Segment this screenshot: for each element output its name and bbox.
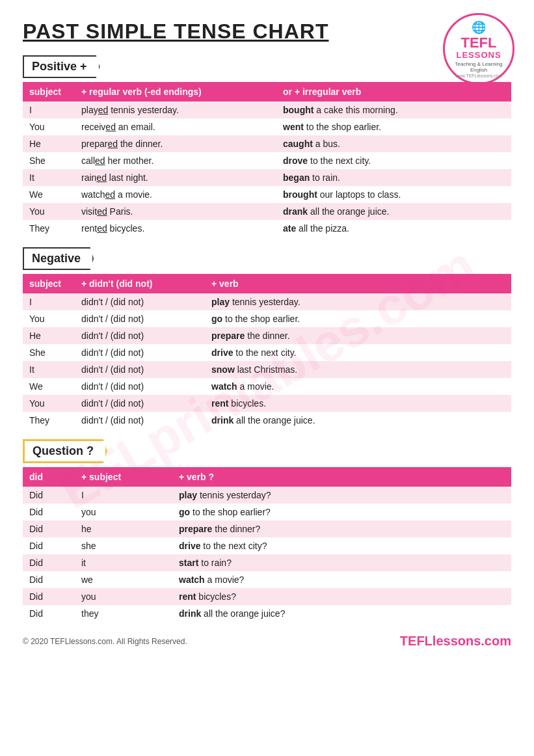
table-row: didn't / (did not) <box>75 310 205 327</box>
table-row: didn't / (did not) <box>75 378 205 395</box>
table-row: play tennis yesterday? <box>172 487 511 504</box>
positive-header-irregular: or + irregular verb <box>276 82 511 101</box>
table-row: You <box>23 203 75 220</box>
table-row: prepare the dinner. <box>205 327 511 344</box>
table-row: Did <box>23 588 75 605</box>
table-row: called her mother. <box>75 152 276 169</box>
table-row: drove to the next city. <box>276 152 511 169</box>
question-header-subject: + subject <box>75 467 172 487</box>
table-row: we <box>75 571 172 588</box>
footer: © 2020 TEFLlessons.com. All Rights Reser… <box>23 634 511 649</box>
table-row: Did <box>23 554 75 571</box>
table-row: he <box>75 520 172 537</box>
negative-header-didnt: + didn't (did not) <box>75 274 205 293</box>
positive-section: Positive + subject + regular verb (-ed e… <box>23 55 511 237</box>
table-row: He <box>23 327 75 344</box>
table-row: I <box>23 293 75 310</box>
table-row: didn't / (did not) <box>75 412 205 429</box>
table-row: watch a movie. <box>205 378 511 395</box>
positive-table: subject + regular verb (-ed endings) or … <box>23 82 511 237</box>
table-row: She <box>23 152 75 169</box>
table-row: drink all the orange juice? <box>172 605 511 622</box>
table-row: rent bicycles? <box>172 588 511 605</box>
table-row: It <box>23 169 75 186</box>
logo-lessons: LESSONS <box>456 50 501 60</box>
question-header-verb: + verb ? <box>172 467 511 487</box>
positive-label: Positive + <box>23 55 100 78</box>
question-section: Question ? did + subject + verb ? DidIpl… <box>23 439 511 622</box>
table-row: Did <box>23 605 75 622</box>
table-row: It <box>23 361 75 378</box>
table-row: visited Paris. <box>75 203 276 220</box>
copyright: © 2020 TEFLlessons.com. All Rights Reser… <box>23 637 187 646</box>
table-row: didn't / (did not) <box>75 361 205 378</box>
negative-section: Negative subject + didn't (did not) + ve… <box>23 247 511 429</box>
table-row: didn't / (did not) <box>75 327 205 344</box>
footer-logo: TEFLlessons.com <box>400 634 511 649</box>
page-title: PAST SIMPLE TENSE CHART <box>23 20 511 44</box>
negative-header-subject: subject <box>23 274 75 293</box>
table-row: drive to the next city? <box>172 537 511 554</box>
table-row: she <box>75 537 172 554</box>
table-row: prepare the dinner? <box>172 520 511 537</box>
table-row: drank all the orange juice. <box>276 203 511 220</box>
table-row: played tennis yesterday. <box>75 101 276 118</box>
footer-logo-tefl: TEFL <box>400 634 433 648</box>
logo-tefl: TEFL <box>461 36 497 50</box>
negative-label: Negative <box>23 247 94 270</box>
table-row: caught a bus. <box>276 135 511 152</box>
table-row: You <box>23 395 75 412</box>
table-row: didn't / (did not) <box>75 344 205 361</box>
logo-url: www.TEFLlessons.com <box>455 74 503 78</box>
table-row: Did <box>23 571 75 588</box>
table-row: go to the shop earlier? <box>172 504 511 520</box>
table-row: She <box>23 344 75 361</box>
table-row: I <box>75 487 172 504</box>
table-row: bought a cake this morning. <box>276 101 511 118</box>
logo-tagline: Teaching & Learning English <box>450 61 507 73</box>
table-row: You <box>23 118 75 135</box>
table-row: They <box>23 412 75 429</box>
table-row: Did <box>23 487 75 504</box>
footer-logo-colored: lessons.com <box>433 634 511 648</box>
table-row: rained last night. <box>75 169 276 186</box>
table-row: snow last Christmas. <box>205 361 511 378</box>
table-row: prepared the dinner. <box>75 135 276 152</box>
table-row: watch a movie? <box>172 571 511 588</box>
negative-table: subject + didn't (did not) + verb Ididn'… <box>23 274 511 429</box>
table-row: go to the shop earlier. <box>205 310 511 327</box>
table-row: Did <box>23 520 75 537</box>
table-row: went to the shop earlier. <box>276 118 511 135</box>
table-row: began to rain. <box>276 169 511 186</box>
table-row: ate all the pizza. <box>276 220 511 237</box>
table-row: They <box>23 220 75 237</box>
table-row: We <box>23 378 75 395</box>
table-row: didn't / (did not) <box>75 395 205 412</box>
positive-header-subject: subject <box>23 82 75 101</box>
table-row: You <box>23 310 75 327</box>
positive-header-regular: + regular verb (-ed endings) <box>75 82 276 101</box>
table-row: it <box>75 554 172 571</box>
table-row: I <box>23 101 75 118</box>
question-label: Question ? <box>23 439 107 463</box>
negative-header-verb: + verb <box>205 274 511 293</box>
question-table: did + subject + verb ? DidIplay tennis y… <box>23 467 511 622</box>
table-row: they <box>75 605 172 622</box>
table-row: watched a movie. <box>75 186 276 203</box>
table-row: Did <box>23 504 75 520</box>
question-header-did: did <box>23 467 75 487</box>
table-row: rent bicycles. <box>205 395 511 412</box>
table-row: received an email. <box>75 118 276 135</box>
table-row: drive to the next city. <box>205 344 511 361</box>
table-row: rented bicycles. <box>75 220 276 237</box>
table-row: play tennis yesterday. <box>205 293 511 310</box>
globe-icon: 🌐 <box>472 20 486 34</box>
table-row: start to rain? <box>172 554 511 571</box>
table-row: you <box>75 588 172 605</box>
table-row: We <box>23 186 75 203</box>
table-row: He <box>23 135 75 152</box>
logo: 🌐 TEFL LESSONS Teaching & Learning Engli… <box>443 13 514 85</box>
table-row: drink all the orange juice. <box>205 412 511 429</box>
table-row: didn't / (did not) <box>75 293 205 310</box>
table-row: you <box>75 504 172 520</box>
